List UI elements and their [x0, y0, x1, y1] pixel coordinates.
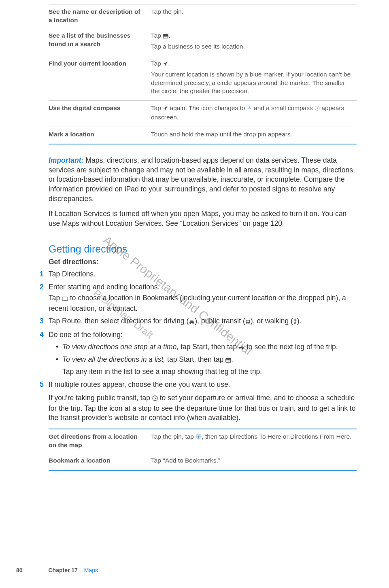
row-left: See a list of the businesses found in a …	[49, 28, 151, 56]
step-5: If multiple routes appear, choose the on…	[40, 380, 357, 390]
list-icon	[225, 356, 231, 365]
row-right: Tap "Add to Bookmarks.”	[151, 453, 357, 470]
row-right: Tap again. The icon changes to and a sma…	[151, 101, 357, 127]
actions-table-2: Get directions from a location on the ma…	[49, 429, 357, 471]
actions-table-1: See the name or description of a locatio…	[49, 4, 357, 144]
svg-rect-13	[226, 359, 230, 359]
svg-rect-15	[226, 361, 230, 362]
compass-mode-icon	[247, 105, 252, 113]
list-icon	[163, 32, 168, 41]
location-arrow-icon	[163, 60, 168, 69]
step-3: Tap Route, then select directions for dr…	[40, 316, 357, 327]
step-2: Enter starting and ending locations. Tap…	[40, 282, 357, 314]
svg-point-5	[190, 323, 191, 324]
bullet-step-at-a-time: To view directions one step at a time, t…	[56, 342, 357, 353]
walk-icon	[293, 317, 297, 327]
compass-icon	[315, 105, 320, 113]
svg-rect-14	[226, 360, 230, 361]
row-left: Mark a location	[49, 127, 151, 144]
arrow-right-icon	[239, 343, 244, 353]
svg-text:i: i	[198, 434, 199, 439]
book-icon	[62, 294, 68, 304]
bus-icon	[245, 317, 251, 327]
svg-rect-3	[164, 37, 168, 38]
location-arrow-icon	[163, 105, 168, 113]
clock-icon	[152, 394, 158, 404]
page-footer: 80 Chapter 17 Maps	[16, 567, 98, 574]
info-icon: i	[196, 433, 202, 442]
row-left: Use the digital compass	[49, 101, 151, 127]
svg-rect-2	[164, 36, 168, 36]
car-icon	[189, 317, 195, 327]
svg-point-11	[294, 319, 295, 320]
row-right: Tap the pin, tap i, then tap Directions …	[151, 429, 357, 453]
row-right: Touch and hold the map until the drop pi…	[151, 127, 357, 144]
svg-point-8	[246, 323, 247, 324]
step-4: Do one of the following: To view directi…	[40, 330, 357, 377]
svg-rect-10	[247, 321, 249, 322]
section-heading: Getting directions	[49, 242, 357, 256]
row-right: Tap the pin.	[151, 4, 357, 28]
svg-point-6	[193, 323, 194, 324]
page-number: 80	[16, 567, 23, 573]
step-1: Tap Directions.	[40, 270, 357, 279]
row-right: Tap . Your current location is shown by …	[151, 56, 357, 101]
chapter-label: Chapter 17	[48, 567, 77, 573]
row-right: Tap . Tap a business to see its location…	[151, 28, 357, 56]
row-left: Bookmark a location	[49, 453, 151, 470]
subheading: Get directions:	[49, 257, 357, 267]
important-label: Important:	[49, 156, 85, 164]
row-left: Get directions from a location on the ma…	[49, 429, 151, 453]
svg-point-9	[248, 323, 249, 324]
chapter-title: Maps	[84, 567, 98, 573]
row-left: See the name or description of a locatio…	[49, 4, 151, 28]
location-services-note: If Location Services is turned off when …	[49, 209, 357, 228]
row-left: Find your current location	[49, 56, 151, 101]
transit-note: If you’re taking public transit, tap to …	[49, 393, 357, 423]
svg-rect-1	[164, 35, 168, 35]
steps-list: Tap Directions. Enter starting and endin…	[49, 270, 357, 389]
bullet-list-view: To view all the directions in a list, ta…	[56, 355, 357, 376]
important-note: Important: Maps, directions, and locatio…	[49, 156, 357, 228]
